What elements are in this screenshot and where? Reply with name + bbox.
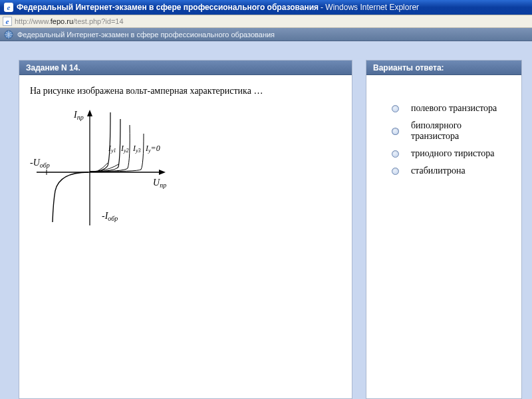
answer-label: биполярного транзистора <box>411 120 511 142</box>
address-url[interactable]: http://www.fepo.ru/test.php?id=14 <box>15 17 124 25</box>
svg-text:Uпр: Uпр <box>153 178 166 189</box>
radio-button[interactable] <box>392 150 399 158</box>
ie-icon: e <box>4 3 13 12</box>
answer-option[interactable]: биполярного транзистора <box>392 120 511 142</box>
question-panel: Задание N 14. На рисунке изображена воль… <box>19 60 352 399</box>
answers-panel: Варианты ответа: полевого транзистора би… <box>366 60 522 399</box>
svg-text:-Iобр: -Iобр <box>102 211 118 222</box>
answer-label: полевого транзистора <box>411 103 497 114</box>
svg-text:Iу1: Iу1 <box>108 144 116 154</box>
url-domain: fepo.ru <box>51 17 73 25</box>
site-identity-bar: Федеральный Интернет-экзамен в сфере про… <box>0 28 532 41</box>
svg-text:Iу3: Iу3 <box>132 144 141 154</box>
svg-marker-4 <box>159 170 166 175</box>
radio-button[interactable] <box>392 128 399 135</box>
radio-button[interactable] <box>392 168 399 175</box>
answer-option[interactable]: триодного тиристора <box>392 148 511 159</box>
window-title: Федеральный Интернет-экзамен в сфере про… <box>17 3 319 12</box>
svg-text:Iу2: Iу2 <box>120 144 129 154</box>
answer-option[interactable]: полевого транзистора <box>392 103 511 114</box>
url-path: /test.php?id=14 <box>73 17 124 25</box>
address-bar[interactable]: e http://www.fepo.ru/test.php?id=14 <box>0 15 532 28</box>
svg-text:Iу=0: Iу=0 <box>145 144 160 154</box>
iv-curve-diagram: Iпр Uпр -Uобр -Iобр Iу1 Iу2 Iу3 Iу=0 <box>30 106 341 240</box>
answer-option[interactable]: стабилитрона <box>392 166 511 176</box>
svg-text:Iпр: Iпр <box>73 110 84 121</box>
svg-marker-2 <box>87 110 92 116</box>
radio-button[interactable] <box>392 105 399 112</box>
svg-text:-Uобр: -Uобр <box>30 158 50 169</box>
answers-header: Варианты ответа: <box>366 61 521 75</box>
globe-icon <box>4 30 13 39</box>
question-text: На рисунке изображена вольт-амперная хар… <box>30 86 341 96</box>
window-title-suffix: - Windows Internet Explorer <box>321 3 419 12</box>
url-prefix: http://www. <box>15 17 51 25</box>
content-area: Задание N 14. На рисунке изображена воль… <box>0 41 531 398</box>
site-title: Федеральный Интернет-экзамен в сфере про… <box>17 31 275 39</box>
answer-label: стабилитрона <box>411 166 466 176</box>
page-icon: e <box>3 17 12 26</box>
answer-label: триодного тиристора <box>411 148 494 159</box>
question-header: Задание N 14. <box>19 61 352 75</box>
window-title-bar: e Федеральный Интернет-экзамен в сфере п… <box>0 0 532 15</box>
